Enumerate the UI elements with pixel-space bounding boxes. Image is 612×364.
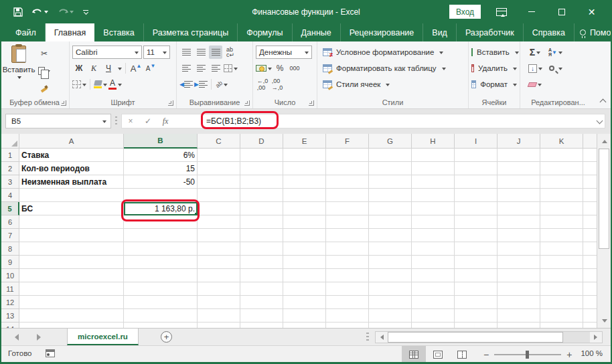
- cell-B3[interactable]: -50: [124, 175, 198, 189]
- redo-button[interactable]: [58, 8, 74, 16]
- cell-J13[interactable]: [498, 309, 540, 323]
- vertical-scroll-thumb[interactable]: [599, 149, 609, 249]
- scroll-left-button[interactable]: [376, 332, 388, 343]
- cell-H13[interactable]: [412, 309, 455, 323]
- cell-partial-14[interactable]: [583, 323, 597, 328]
- cell-C14[interactable]: [198, 323, 240, 328]
- cell-I13[interactable]: [455, 309, 498, 323]
- cell-J9[interactable]: [498, 256, 540, 269]
- cell-F5[interactable]: [326, 202, 369, 215]
- scroll-right-button[interactable]: [590, 332, 602, 343]
- cell-A5[interactable]: БС: [19, 202, 124, 215]
- cancel-entry-button[interactable]: ×: [122, 116, 139, 126]
- conditional-formatting-button[interactable]: Условное форматирование: [317, 44, 468, 60]
- cell-J6[interactable]: [498, 215, 540, 229]
- font-size-combo[interactable]: 11: [143, 46, 170, 59]
- cell-I5[interactable]: [455, 202, 498, 215]
- column-header-H[interactable]: H: [412, 134, 455, 149]
- cell-C12[interactable]: [198, 296, 240, 309]
- row-header-13[interactable]: 13: [1, 309, 19, 323]
- underline-button[interactable]: Ч: [102, 62, 115, 75]
- cell-B11[interactable]: [124, 282, 198, 296]
- cell-A1[interactable]: Ставка: [19, 149, 124, 162]
- cell-G3[interactable]: [369, 175, 412, 189]
- cell-K13[interactable]: [540, 309, 583, 323]
- cell-C3[interactable]: [198, 175, 240, 189]
- font-color-button[interactable]: А: [108, 78, 122, 91]
- number-dialog-launcher[interactable]: [309, 100, 314, 106]
- cell-D11[interactable]: [240, 282, 283, 296]
- cell-K9[interactable]: [540, 256, 583, 269]
- cell-D6[interactable]: [240, 215, 283, 229]
- cell-H1[interactable]: [412, 149, 455, 162]
- cell-E1[interactable]: [283, 149, 326, 162]
- cell-D4[interactable]: [240, 189, 283, 202]
- cell-D3[interactable]: [240, 175, 283, 189]
- cell-B1[interactable]: 6%: [124, 149, 198, 162]
- zoom-slider-thumb[interactable]: [526, 351, 529, 359]
- decrease-decimal-button[interactable]: ,00→,0: [271, 78, 284, 91]
- cell-partial-7[interactable]: [583, 229, 597, 242]
- close-button[interactable]: ✕: [577, 0, 607, 23]
- cell-C10[interactable]: [198, 269, 240, 282]
- cell-I14[interactable]: [455, 323, 498, 328]
- name-box[interactable]: B5: [5, 114, 111, 128]
- autosum-button[interactable]: Σ: [528, 46, 542, 59]
- row-header-10[interactable]: 10: [1, 269, 19, 282]
- cell-I11[interactable]: [455, 282, 498, 296]
- tab-help[interactable]: Справка: [524, 23, 575, 41]
- cell-B7[interactable]: [124, 229, 198, 242]
- cell-A8[interactable]: [19, 242, 124, 256]
- normal-view-button[interactable]: [402, 346, 426, 363]
- horizontal-scroll-thumb[interactable]: [388, 332, 563, 343]
- column-header-D[interactable]: D: [240, 134, 283, 149]
- cell-D5[interactable]: [240, 202, 283, 215]
- row-header-14[interactable]: 14: [1, 323, 19, 328]
- tab-developer[interactable]: Разработчик: [457, 23, 524, 41]
- cell-E6[interactable]: [283, 215, 326, 229]
- underline-dropdown-icon[interactable]: [118, 68, 122, 72]
- redo-dropdown-icon[interactable]: [70, 11, 74, 15]
- cell-D10[interactable]: [240, 269, 283, 282]
- cell-I7[interactable]: [455, 229, 498, 242]
- cell-H12[interactable]: [412, 296, 455, 309]
- cell-I9[interactable]: [455, 256, 498, 269]
- cell-partial-8[interactable]: [583, 242, 597, 256]
- italic-button[interactable]: К: [87, 62, 100, 75]
- tab-page-layout[interactable]: Разметка страницы: [144, 23, 238, 41]
- alignment-dialog-launcher[interactable]: [244, 100, 250, 106]
- cell-E8[interactable]: [283, 242, 326, 256]
- column-header-C[interactable]: C: [198, 134, 240, 149]
- cell-K8[interactable]: [540, 242, 583, 256]
- column-header-E[interactable]: E: [283, 134, 326, 149]
- cell-partial-6[interactable]: [583, 215, 597, 229]
- cell-F12[interactable]: [326, 296, 369, 309]
- select-all-corner[interactable]: [1, 134, 19, 149]
- cell-E14[interactable]: [283, 323, 326, 328]
- sign-in-button[interactable]: Вход: [449, 5, 481, 19]
- accounting-format-button[interactable]: [256, 62, 272, 75]
- cell-F13[interactable]: [326, 309, 369, 323]
- tab-view[interactable]: Вид: [423, 23, 457, 41]
- row-header-2[interactable]: 2: [1, 162, 19, 175]
- row-header-7[interactable]: 7: [1, 229, 19, 242]
- cell-J8[interactable]: [498, 242, 540, 256]
- cell-A13[interactable]: [19, 309, 124, 323]
- cell-C2[interactable]: [198, 162, 240, 175]
- cell-H6[interactable]: [412, 215, 455, 229]
- cell-F2[interactable]: [326, 162, 369, 175]
- cell-I3[interactable]: [455, 175, 498, 189]
- cell-G11[interactable]: [369, 282, 412, 296]
- cell-C1[interactable]: [198, 149, 240, 162]
- cell-H14[interactable]: [412, 323, 455, 328]
- row-header-4[interactable]: 4: [1, 189, 19, 202]
- cell-B2[interactable]: 15: [124, 162, 198, 175]
- page-break-view-button[interactable]: [450, 346, 474, 363]
- cell-I12[interactable]: [455, 296, 498, 309]
- clear-button[interactable]: [528, 78, 542, 91]
- cell-partial-10[interactable]: [583, 269, 597, 282]
- cell-H2[interactable]: [412, 162, 455, 175]
- wrap-text-button[interactable]: abc↵: [224, 46, 237, 59]
- name-box-dropdown-icon[interactable]: [102, 120, 106, 125]
- format-painter-button[interactable]: [37, 82, 51, 95]
